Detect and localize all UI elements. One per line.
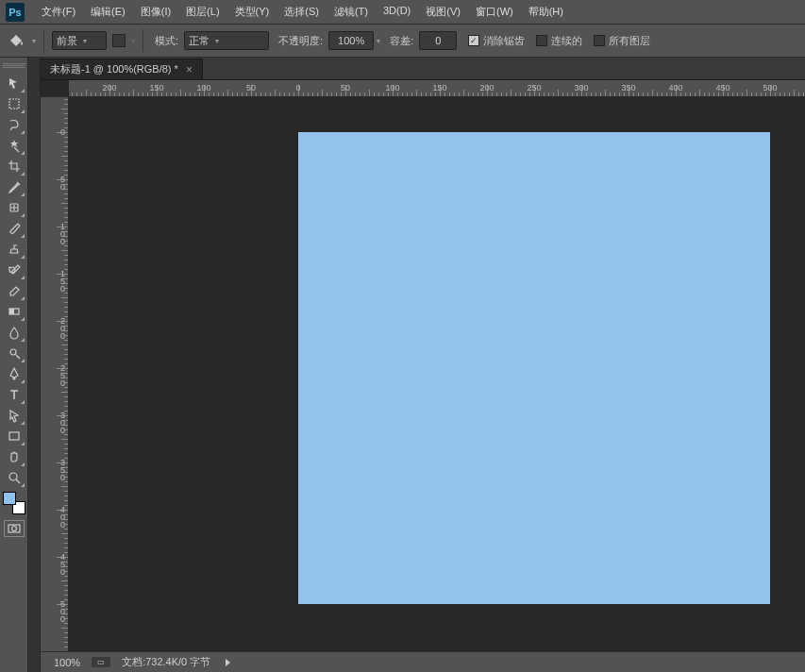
blend-mode-dropdown[interactable]: 正常▾ xyxy=(184,31,269,50)
fill-source-dropdown[interactable]: 前景▾ xyxy=(52,31,107,50)
pen-tool[interactable] xyxy=(3,363,25,384)
menu-item[interactable]: 图像(I) xyxy=(133,1,178,23)
opacity-label: 不透明度: xyxy=(278,34,323,48)
magic-wand-tool[interactable] xyxy=(3,135,25,156)
color-swatch[interactable] xyxy=(3,492,25,514)
palette-grip[interactable] xyxy=(3,61,25,69)
gradient-tool[interactable] xyxy=(3,301,25,322)
all-layers-checkbox[interactable]: 所有图层 xyxy=(594,34,650,48)
tolerance-label: 容差: xyxy=(390,34,413,48)
zoom-level[interactable]: 100% xyxy=(54,657,80,668)
svg-rect-4 xyxy=(9,309,14,314)
dodge-tool[interactable] xyxy=(3,343,25,363)
canvas[interactable] xyxy=(298,132,770,604)
menu-item[interactable]: 图层(L) xyxy=(178,1,226,23)
ruler-horizontal: 2502001501005005010015020025030035040045… xyxy=(69,80,805,97)
flyout-icon[interactable] xyxy=(226,659,230,666)
menu-item[interactable]: 窗口(W) xyxy=(468,1,521,23)
lasso-tool[interactable] xyxy=(3,114,25,135)
doc-size: 文档:732.4K/0 字节 xyxy=(122,655,210,669)
tab-title: 未标题-1 @ 100%(RGB/8) * xyxy=(50,62,178,76)
move-tool[interactable] xyxy=(3,73,25,93)
bucket-icon[interactable] xyxy=(6,30,26,51)
svg-point-12 xyxy=(11,527,16,531)
chevron-down-icon[interactable]: ▾ xyxy=(32,37,36,45)
zoom-tool[interactable] xyxy=(3,467,25,488)
dock-strip xyxy=(28,58,41,672)
rectangle-tool[interactable] xyxy=(3,426,25,446)
canvas-viewport[interactable] xyxy=(69,97,805,651)
healing-brush-tool[interactable] xyxy=(3,197,25,218)
menu-item[interactable]: 滤镜(T) xyxy=(327,1,376,23)
eraser-tool[interactable] xyxy=(3,280,25,301)
tool-palette xyxy=(0,58,28,672)
svg-point-7 xyxy=(13,378,15,379)
svg-point-5 xyxy=(10,349,16,355)
app-logo: Ps xyxy=(6,3,25,22)
opacity-input[interactable]: 100% xyxy=(328,31,374,50)
menu-item[interactable]: 3D(D) xyxy=(376,1,418,23)
contiguous-checkbox[interactable]: 连续的 xyxy=(536,34,582,48)
chevron-down-icon: ▾ xyxy=(131,37,135,45)
svg-line-6 xyxy=(16,355,20,359)
svg-rect-8 xyxy=(9,432,19,440)
close-icon[interactable]: × xyxy=(186,63,193,76)
document-tab-bar: 未标题-1 @ 100%(RGB/8) * × xyxy=(41,58,805,80)
mode-label: 模式: xyxy=(155,34,178,48)
clone-stamp-tool[interactable] xyxy=(3,239,25,260)
blur-tool[interactable] xyxy=(3,322,25,343)
crop-tool[interactable] xyxy=(3,156,25,176)
menu-bar: Ps 文件(F)编辑(E)图像(I)图层(L)类型(Y)选择(S)滤镜(T)3D… xyxy=(0,0,805,25)
foreground-color[interactable] xyxy=(3,492,16,505)
menu-item[interactable]: 选择(S) xyxy=(277,1,327,23)
preview-icon[interactable]: ▭ xyxy=(92,657,110,667)
menu-item[interactable]: 视图(V) xyxy=(418,1,468,23)
menu-item[interactable]: 帮助(H) xyxy=(521,1,571,23)
menu-item[interactable]: 类型(Y) xyxy=(227,1,277,23)
chevron-down-icon[interactable]: ▾ xyxy=(377,37,380,45)
antialias-checkbox[interactable]: ✓消除锯齿 xyxy=(468,34,525,48)
document-area: 未标题-1 @ 100%(RGB/8) * × 2502001501005005… xyxy=(41,58,805,672)
svg-rect-0 xyxy=(9,99,19,109)
menu-item[interactable]: 文件(F) xyxy=(34,1,83,23)
menu-item[interactable]: 编辑(E) xyxy=(83,1,133,23)
document-tab[interactable]: 未标题-1 @ 100%(RGB/8) * × xyxy=(41,59,203,79)
tolerance-input[interactable]: 0 xyxy=(419,31,457,50)
marquee-tool[interactable] xyxy=(3,93,25,114)
status-bar: 100% ▭ 文档:732.4K/0 字节 xyxy=(41,651,805,672)
svg-line-1 xyxy=(14,147,19,152)
history-brush-tool[interactable] xyxy=(3,260,25,280)
type-tool[interactable] xyxy=(3,384,25,405)
ruler-vertical: 5005 01 0 01 5 02 0 02 5 03 0 03 5 04 0 … xyxy=(41,97,69,651)
options-bar: ▾ 前景▾ ▾ 模式: 正常▾ 不透明度: 100% ▾ 容差: 0 ✓消除锯齿… xyxy=(0,25,805,58)
pattern-swatch[interactable] xyxy=(112,34,126,47)
hand-tool[interactable] xyxy=(3,446,25,467)
svg-point-9 xyxy=(9,473,17,480)
svg-line-10 xyxy=(16,479,20,483)
eyedropper-tool[interactable] xyxy=(3,176,25,197)
path-select-tool[interactable] xyxy=(3,405,25,426)
quick-mask-toggle[interactable] xyxy=(4,520,25,537)
brush-tool[interactable] xyxy=(3,218,25,239)
